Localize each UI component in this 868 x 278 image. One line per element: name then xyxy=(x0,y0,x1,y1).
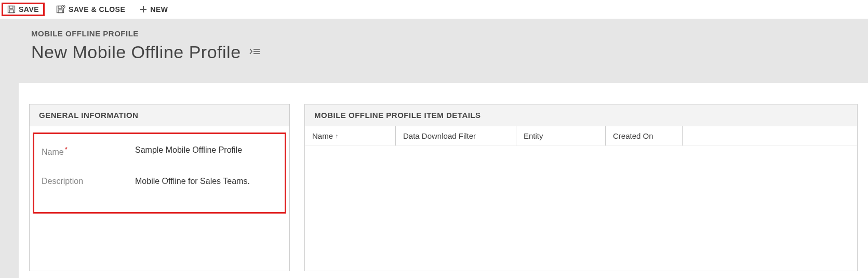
column-filter-label: Data Download Filter xyxy=(403,131,476,140)
svg-rect-4 xyxy=(58,6,62,9)
column-data-download-filter[interactable]: Data Download Filter xyxy=(396,126,516,145)
new-button[interactable]: NEW xyxy=(137,3,171,16)
name-field-label: Name* xyxy=(42,145,135,157)
description-field-label: Description xyxy=(42,177,135,186)
column-entity-label: Entity xyxy=(524,131,543,140)
main-wrap: GENERAL INFORMATION Name* Sample Mobile … xyxy=(0,83,868,278)
item-details-panel: MOBILE OFFLINE PROFILE ITEM DETAILS Name… xyxy=(304,104,858,271)
form-selector-icon[interactable] xyxy=(249,47,261,57)
left-gutter xyxy=(0,83,19,278)
column-created-on[interactable]: Created On xyxy=(606,126,683,145)
column-entity[interactable]: Entity xyxy=(516,126,606,145)
name-field-value[interactable]: Sample Mobile Offline Profile xyxy=(135,145,277,155)
fields-highlight: Name* Sample Mobile Offline Profile Desc… xyxy=(33,133,286,214)
svg-rect-5 xyxy=(58,10,62,13)
item-details-header: MOBILE OFFLINE PROFILE ITEM DETAILS xyxy=(305,104,857,126)
save-close-button-label: SAVE & CLOSE xyxy=(69,5,125,14)
save-button[interactable]: SAVE xyxy=(2,3,45,16)
svg-rect-2 xyxy=(9,10,14,13)
page-header: MOBILE OFFLINE PROFILE New Mobile Offlin… xyxy=(0,19,868,83)
name-label-text: Name xyxy=(42,148,64,156)
column-spacer xyxy=(683,126,857,145)
description-field-value[interactable]: Mobile Offline for Sales Teams. xyxy=(135,177,277,186)
description-field-row: Description Mobile Offline for Sales Tea… xyxy=(42,177,277,186)
plus-icon xyxy=(140,6,147,13)
sort-ascending-icon: ↑ xyxy=(335,133,338,140)
name-field-row: Name* Sample Mobile Offline Profile xyxy=(42,145,277,157)
column-created-label: Created On xyxy=(613,131,653,140)
table-body xyxy=(305,146,857,271)
column-name[interactable]: Name ↑ xyxy=(305,126,396,145)
general-info-header: GENERAL INFORMATION xyxy=(30,104,289,126)
general-info-panel: GENERAL INFORMATION Name* Sample Mobile … xyxy=(29,104,290,271)
save-button-label: SAVE xyxy=(19,5,39,14)
table-header: Name ↑ Data Download Filter Entity Creat… xyxy=(305,126,857,146)
breadcrumb: MOBILE OFFLINE PROFILE xyxy=(31,29,837,38)
save-close-button[interactable]: SAVE & CLOSE xyxy=(53,3,128,16)
column-name-label: Name xyxy=(312,131,333,140)
save-icon xyxy=(7,5,16,14)
save-close-icon xyxy=(56,5,65,14)
command-bar: SAVE SAVE & CLOSE NEW xyxy=(0,0,868,19)
page-title: New Mobile Offline Profile xyxy=(31,42,241,62)
svg-rect-1 xyxy=(9,6,13,9)
main-content: GENERAL INFORMATION Name* Sample Mobile … xyxy=(19,83,868,278)
new-button-label: NEW xyxy=(150,5,168,14)
required-indicator: * xyxy=(65,145,68,153)
